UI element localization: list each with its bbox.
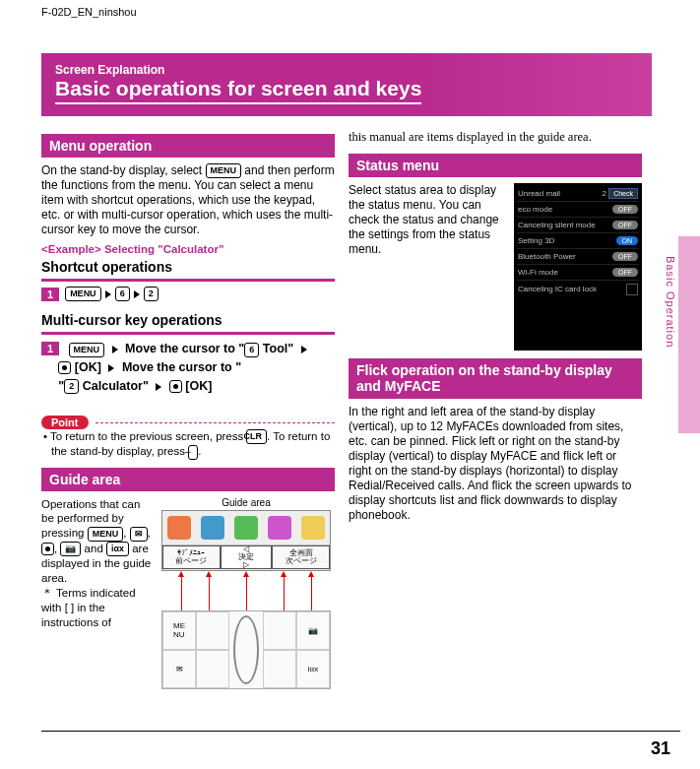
arrow-indicators xyxy=(159,571,333,610)
center-key-icon xyxy=(169,380,182,393)
cat-icon xyxy=(167,516,191,540)
key-end: ⏤ xyxy=(188,445,198,460)
right-column: this manual are items displayed in the g… xyxy=(349,126,642,684)
status-menu-screenshot: Unread mail 2 Check eco mode OFF Canceli… xyxy=(514,183,642,351)
point-bullet: • To return to the previous screen, pres… xyxy=(51,429,335,460)
key-mail: ✉ xyxy=(130,527,148,542)
page-rule xyxy=(41,731,680,732)
menu-operation-text: On the stand-by display, select MENU and… xyxy=(41,163,335,237)
toggle-off: OFF xyxy=(612,205,638,214)
step-1-multicursor: 1 MENU Move the cursor to "6 Tool" [OK] … xyxy=(41,332,335,403)
key-menu: MENU xyxy=(88,527,124,542)
red-arrow-icon xyxy=(311,576,312,610)
dpad xyxy=(233,615,259,684)
key-iappli: iαx xyxy=(106,542,129,556)
key-menu: MENU xyxy=(65,287,101,301)
guide-area-label: Guide area xyxy=(159,497,333,508)
shortcut-heading: Shortcut operations xyxy=(41,259,335,275)
status-label: Wi-Fi mode xyxy=(518,268,558,277)
status-row-wifi: Wi-Fi mode OFF xyxy=(517,265,639,281)
center-key-icon xyxy=(41,543,54,555)
key-6: 6 xyxy=(115,287,130,301)
key-iappli: iαx xyxy=(296,650,330,688)
red-arrow-icon xyxy=(181,576,182,610)
header-label: F-02D_EN_ninshou xyxy=(41,6,137,18)
arrow-icon xyxy=(301,346,307,353)
step-text: Move the cursor to " xyxy=(122,360,241,374)
flick-operation-title: Flick operation on the stand-by display … xyxy=(349,358,642,400)
step-text: Tool" xyxy=(259,342,293,355)
status-label: Canceling silent mode xyxy=(518,221,596,229)
point-text: To return to the previous screen, press xyxy=(50,430,246,442)
wallpaper-row xyxy=(162,511,330,545)
step-text: [OK] xyxy=(182,379,213,393)
point-label: Point xyxy=(41,416,89,429)
side-tab-text: Basic Operation xyxy=(665,256,676,348)
arrow-icon xyxy=(105,290,111,298)
phone-screen: ｻﾌﾞﾒﾆｭｰ前ページ ◁決定▷ 全画面次ページ xyxy=(161,510,331,571)
side-tab-color xyxy=(678,236,700,433)
point-text: . xyxy=(198,445,201,457)
arrow-icon xyxy=(156,383,161,391)
softkey-center: ◁決定▷ xyxy=(221,545,273,569)
guide-area-title: Guide area xyxy=(41,468,335,491)
key-6: 6 xyxy=(244,343,259,357)
lock-icon xyxy=(626,284,638,295)
status-label: Bluetooth Power xyxy=(518,252,576,261)
step-number: 1 xyxy=(41,342,59,355)
key-camera: 📷 xyxy=(296,611,330,650)
phone-keypad: ME NU 📷 ✉ iαx xyxy=(161,610,331,689)
softkey-right: 全画面次ページ xyxy=(272,545,330,569)
cat-icon xyxy=(201,516,224,540)
toggle-on: ON xyxy=(616,236,639,245)
guide-area-content: Operations that can be performed by pres… xyxy=(41,497,335,684)
section-banner: Screen Explanation Basic operations for … xyxy=(41,53,652,116)
banner-small-title: Screen Explanation xyxy=(55,63,638,77)
point-section: Point • To return to the previous screen… xyxy=(41,410,335,460)
example-label: <Example> Selecting "Calculator" xyxy=(41,243,335,255)
status-menu-title: Status menu xyxy=(349,154,642,177)
center-key-icon xyxy=(58,361,71,374)
status-label: Canceling IC card lock xyxy=(518,285,597,293)
key-2: 2 xyxy=(144,287,159,301)
status-row-bluetooth: Bluetooth Power OFF xyxy=(517,249,639,265)
key-mail: ✉ xyxy=(162,650,196,688)
arrow-icon xyxy=(112,346,118,353)
step-number: 1 xyxy=(41,288,59,301)
key-menu: MENU xyxy=(69,343,105,357)
softkey-row: ｻﾌﾞﾒﾆｭｰ前ページ ◁決定▷ 全画面次ページ xyxy=(162,545,330,569)
multicursor-heading: Multi-cursor key operations xyxy=(41,312,335,328)
status-label: Unread mail xyxy=(518,189,560,198)
status-row-eco: eco mode OFF xyxy=(517,202,639,218)
continuation-text: this manual are items displayed in the g… xyxy=(349,130,642,146)
softkey-left: ｻﾌﾞﾒﾆｭｰ前ページ xyxy=(162,545,221,569)
guide-area-text: Operations that can be performed by pres… xyxy=(41,497,152,684)
status-row-3d: Setting 3D ON xyxy=(517,233,639,249)
cat-icon xyxy=(301,516,325,540)
arrow-icon xyxy=(108,364,114,372)
point-divider xyxy=(95,422,335,423)
toggle-off: OFF xyxy=(612,268,638,277)
status-row-silent: Canceling silent mode OFF xyxy=(517,218,639,233)
menu-operation-title: Menu operation xyxy=(41,134,335,158)
red-arrow-icon xyxy=(284,576,285,610)
red-arrow-icon xyxy=(209,576,210,610)
left-column: Menu operation On the stand-by display, … xyxy=(41,126,335,684)
key-camera: 📷 xyxy=(60,542,81,556)
step-1-shortcut: 1 MENU 6 2 xyxy=(41,279,335,306)
cat-icon xyxy=(268,516,291,540)
status-value: 2 xyxy=(602,189,605,198)
step-text: Calculator" xyxy=(79,379,149,393)
guide-area-figure: Guide area ｻﾌﾞﾒﾆｭｰ前ページ ◁決定▷ 全画面次ペ xyxy=(159,497,333,684)
key-2: 2 xyxy=(64,379,79,394)
key-menu: ME NU xyxy=(162,611,196,650)
cat-icon xyxy=(234,516,258,540)
status-row-mail: Unread mail 2 Check xyxy=(517,186,639,202)
toggle-off: OFF xyxy=(612,252,638,261)
red-arrow-icon xyxy=(246,576,247,610)
arrow-icon xyxy=(134,290,140,298)
banner-big-title: Basic operations for screen and keys xyxy=(55,77,421,104)
guide-footnote: ＊ Terms indicated with [ ] in the instru… xyxy=(41,587,136,628)
toggle-off: OFF xyxy=(612,221,638,229)
flick-operation-text: In the right and left area of the stand-… xyxy=(349,405,642,523)
